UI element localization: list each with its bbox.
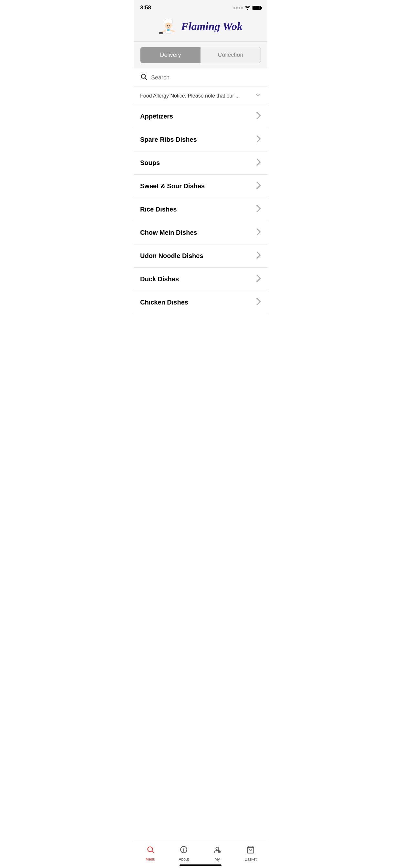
svg-line-14 bbox=[152, 851, 154, 853]
menu-category-label: Udon Noodle Dishes bbox=[140, 252, 204, 259]
status-bar: 3:58 bbox=[134, 0, 267, 13]
menu-category-item[interactable]: Appetizers bbox=[134, 105, 267, 128]
menu-category-label: Duck Dishes bbox=[140, 275, 179, 283]
menu-category-label: Rice Dishes bbox=[140, 206, 177, 213]
about-nav-icon bbox=[180, 845, 188, 856]
svg-point-2 bbox=[165, 23, 172, 29]
chevron-right-icon bbox=[256, 205, 261, 214]
svg-rect-4 bbox=[167, 29, 169, 31]
menu-category-item[interactable]: Soups bbox=[134, 151, 267, 175]
home-indicator bbox=[180, 864, 221, 866]
menu-category-label: Chicken Dishes bbox=[140, 299, 188, 306]
order-type-toggle[interactable]: Delivery Collection bbox=[134, 42, 267, 68]
menu-nav-icon bbox=[146, 845, 155, 856]
nav-basket[interactable]: Basket bbox=[241, 845, 260, 862]
chevron-right-icon bbox=[256, 159, 261, 167]
menu-category-item[interactable]: Chow Mein Dishes bbox=[134, 221, 267, 244]
menu-category-item[interactable]: Rice Dishes bbox=[134, 198, 267, 221]
menu-category-label: Spare Ribs Dishes bbox=[140, 136, 197, 144]
brand-title: Flaming Wok bbox=[181, 20, 243, 33]
chef-logo bbox=[158, 17, 178, 36]
nav-basket-label: Basket bbox=[245, 857, 257, 862]
my-nav-icon bbox=[213, 845, 221, 856]
delivery-button[interactable]: Delivery bbox=[141, 47, 201, 63]
signal-icon bbox=[234, 7, 243, 9]
svg-point-17 bbox=[183, 848, 184, 848]
menu-category-label: Soups bbox=[140, 159, 160, 166]
nav-menu[interactable]: Menu bbox=[141, 845, 160, 862]
svg-point-18 bbox=[216, 847, 219, 850]
chevron-right-icon bbox=[256, 228, 261, 237]
basket-nav-icon bbox=[246, 845, 255, 856]
page-content: Food Allergy Notice: Please note that ou… bbox=[134, 68, 267, 346]
menu-category-label: Sweet & Sour Dishes bbox=[140, 182, 205, 190]
allergy-notice[interactable]: Food Allergy Notice: Please note that ou… bbox=[134, 87, 267, 105]
svg-line-12 bbox=[145, 78, 147, 80]
svg-point-10 bbox=[168, 25, 169, 26]
svg-point-9 bbox=[166, 25, 167, 26]
chevron-right-icon bbox=[256, 135, 261, 144]
nav-about-label: About bbox=[179, 857, 189, 862]
chevron-right-icon bbox=[256, 252, 261, 260]
nav-menu-label: Menu bbox=[146, 857, 155, 862]
search-bar[interactable] bbox=[134, 68, 267, 87]
menu-category-label: Appetizers bbox=[140, 113, 173, 120]
allergy-notice-text: Food Allergy Notice: Please note that ou… bbox=[140, 93, 240, 99]
chevron-right-icon bbox=[256, 182, 261, 190]
menu-category-item[interactable]: Duck Dishes bbox=[134, 268, 267, 291]
nav-my[interactable]: My bbox=[208, 845, 227, 862]
search-icon bbox=[140, 73, 147, 82]
battery-icon bbox=[252, 6, 261, 10]
menu-category-item[interactable]: Spare Ribs Dishes bbox=[134, 128, 267, 151]
search-input[interactable] bbox=[151, 74, 261, 81]
nav-about[interactable]: About bbox=[174, 845, 193, 862]
status-icons bbox=[234, 5, 261, 11]
nav-my-label: My bbox=[215, 857, 220, 862]
menu-category-item[interactable]: Chicken Dishes bbox=[134, 291, 267, 314]
svg-line-6 bbox=[171, 30, 174, 31]
menu-category-list: Appetizers Spare Ribs Dishes Soups Swe bbox=[134, 105, 267, 314]
menu-category-label: Chow Mein Dishes bbox=[140, 229, 197, 237]
chevron-right-icon bbox=[256, 112, 261, 121]
collection-button[interactable]: Collection bbox=[201, 47, 260, 63]
chevron-right-icon bbox=[256, 298, 261, 307]
menu-category-item[interactable]: Sweet & Sour Dishes bbox=[134, 175, 267, 198]
bottom-nav: Menu About My bbox=[134, 842, 267, 868]
chevron-right-icon bbox=[256, 275, 261, 283]
chevron-down-icon bbox=[255, 92, 261, 99]
status-time: 3:58 bbox=[140, 4, 151, 11]
wifi-icon bbox=[245, 5, 251, 11]
app-header: Flaming Wok bbox=[134, 13, 267, 42]
menu-category-item[interactable]: Udon Noodle Dishes bbox=[134, 244, 267, 268]
